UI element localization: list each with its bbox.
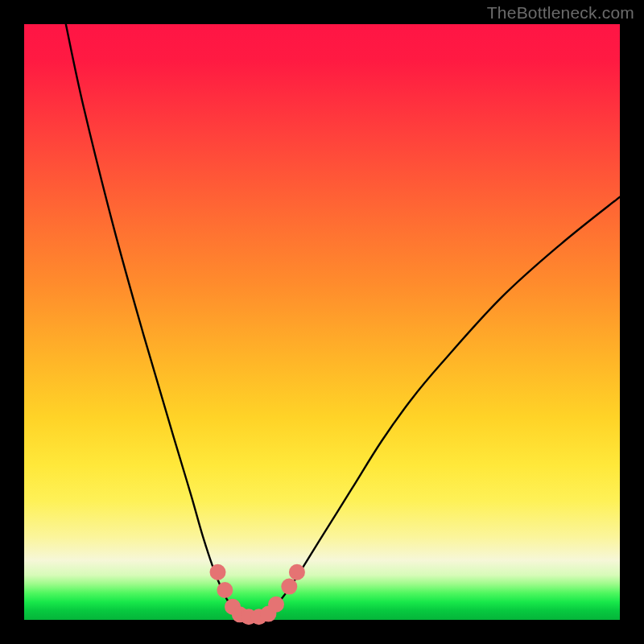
data-marker (281, 579, 297, 595)
chart-frame: TheBottleneck.com (0, 0, 644, 644)
data-marker (210, 564, 226, 580)
data-marker (289, 564, 305, 580)
data-marker (268, 597, 284, 613)
bottleneck-curve (66, 24, 620, 617)
data-marker (217, 582, 233, 598)
curve-layer (24, 24, 620, 620)
watermark-text: TheBottleneck.com (487, 3, 634, 23)
